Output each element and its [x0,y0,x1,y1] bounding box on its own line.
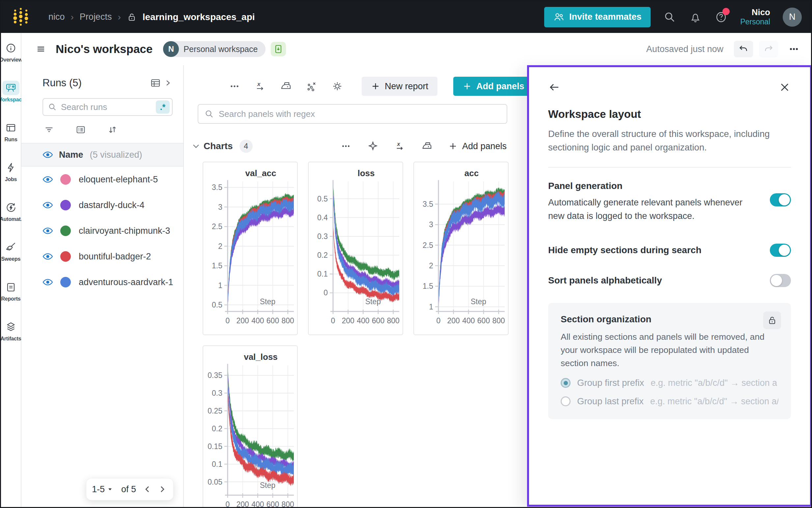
breadcrumb: nico › Projects › learning_workspaces_ap… [48,12,255,23]
breadcrumb-entity[interactable]: nico [48,12,65,22]
section-add-panels-label: Add panels [462,141,506,152]
runs-table-icon [2,121,19,135]
reports-clipboard-icon [2,280,19,294]
close-icon[interactable] [778,81,791,93]
panels-search-input[interactable] [219,109,501,119]
undo-button[interactable] [734,41,753,57]
run-name[interactable]: eloquent-elephant-5 [79,174,158,185]
radio-option[interactable]: Group last prefixe.g. metric "a/b/c/d" →… [561,396,778,407]
runs-search-input[interactable] [61,102,152,112]
run-name[interactable]: adventurous-aardvark-1 [79,277,173,287]
chart-panel-loss[interactable]: 00.10.20.30.40.50200400600800Steploss [308,162,403,335]
settings-gear-icon[interactable] [331,80,343,92]
back-arrow-icon[interactable] [548,81,561,93]
x-axis-settings-icon[interactable]: x [394,140,406,152]
avatar[interactable]: N [783,8,802,27]
sidebar-item-jobs[interactable]: Jobs [1,160,21,182]
filter-icon[interactable] [44,124,54,135]
toggle-hide-empty-sections-during-search[interactable] [770,244,791,257]
chart-panel-acc[interactable]: 11.522.533.50200400600800Stepacc [413,162,509,335]
user-menu[interactable]: Nico Personal [740,7,770,27]
redo-button[interactable] [759,41,778,57]
sidebar-item-artifacts[interactable]: Artifacts [1,320,21,342]
chart-panel-val_loss[interactable]: 0.050.10.150.20.250.30.350200400600800St… [203,345,298,508]
bell-icon[interactable] [689,10,702,24]
smoothing-iron-icon[interactable] [280,80,292,92]
chart-panel-val_acc[interactable]: 0.511.522.533.50200400600800Stepval_acc [203,162,298,335]
charts-section-actions: x Add panels [340,140,506,152]
eye-icon[interactable] [42,151,53,159]
sidebar-item-automat[interactable]: Automat. [1,200,21,222]
automations-icon [2,200,19,215]
radio-button[interactable] [561,378,571,388]
radio-button[interactable] [561,396,571,406]
panels-grid: 0.511.522.533.50200400600800Stepval_acc0… [203,162,509,508]
prev-page-icon[interactable] [142,483,153,495]
run-color-dot [60,277,71,287]
sidebar-item-workspace[interactable]: Workspace [1,81,21,103]
help-icon[interactable] [715,10,728,24]
sidebar-item-label: Reports [1,296,21,302]
run-row[interactable]: bountiful-badger-2 [22,244,183,269]
workspace-scope-badge[interactable]: N Personal workspace [163,41,266,57]
runs-pagination: 1-5 of 5 [86,478,174,500]
runs-column-name[interactable]: Name [59,150,83,160]
menu-icon[interactable] [35,43,46,55]
radio-option[interactable]: Group first prefixe.g. metric "a/b/c/d" … [561,378,778,388]
svg-text:0: 0 [437,316,441,325]
toggle-panel-generation[interactable] [770,193,791,206]
more-options-icon[interactable] [787,42,801,56]
wandb-logo[interactable] [12,7,30,28]
lock-icon [127,12,137,22]
page-size-dropdown[interactable]: 1-5 [92,484,113,495]
chevron-down-icon[interactable] [191,141,201,151]
expand-runs-table-button[interactable] [150,77,173,89]
run-row[interactable]: dastardly-duck-4 [22,192,183,218]
topbar-actions: Invite teammates Nico Personal N [544,7,802,27]
search-icon[interactable] [663,10,676,24]
svg-text:0.1: 0.1 [317,270,328,278]
run-row[interactable]: adventurous-aardvark-1 [22,269,183,295]
section-add-panels-button[interactable]: Add panels [448,141,506,152]
breadcrumb-projects[interactable]: Projects [80,12,112,22]
outliers-scatter-icon[interactable] [306,80,318,92]
new-report-button[interactable]: New report [362,77,438,96]
eye-icon[interactable] [42,278,53,286]
user-name: Nico [740,7,770,17]
sidebar-item-sweeps[interactable]: Sweeps [1,240,21,262]
eye-icon[interactable] [42,201,53,209]
table-icon [150,77,161,89]
add-panels-button[interactable]: Add panels [453,77,534,96]
toggle-sort-panels-alphabetically[interactable] [770,274,791,287]
svg-text:val_acc: val_acc [245,168,276,178]
run-name[interactable]: dastardly-duck-4 [79,200,145,210]
charts-section-title[interactable]: Charts [204,141,233,152]
sidebar-item-runs[interactable]: Runs [1,121,21,142]
run-name[interactable]: clairvoyant-chipmunk-3 [79,226,170,236]
runs-visualized-count: (5 visualized) [90,150,142,160]
run-row[interactable]: eloquent-elephant-5 [22,167,183,192]
svg-text:400: 400 [251,316,264,325]
more-options-icon[interactable] [229,80,240,92]
sidebar-item-overview[interactable]: Overview [1,41,21,63]
regex-toggle[interactable]: .* [156,100,170,114]
smoothing-iron-icon[interactable] [421,140,433,152]
svg-text:0.15: 0.15 [207,442,222,451]
eye-icon[interactable] [42,253,53,260]
sparkle-icon[interactable] [367,140,378,152]
next-page-icon[interactable] [157,483,168,495]
invite-teammates-button[interactable]: Invite teammates [544,7,651,27]
sort-icon[interactable] [107,124,118,135]
eye-icon[interactable] [42,227,53,235]
breadcrumb-project-name[interactable]: learning_workspaces_api [143,12,255,23]
more-options-icon[interactable] [340,140,352,152]
eye-icon[interactable] [42,175,53,183]
group-list-icon[interactable] [75,124,86,135]
saved-view-icon[interactable] [271,42,286,56]
x-axis-settings-icon[interactable]: x [254,80,266,92]
lock-button[interactable] [763,311,781,329]
svg-text:1.5: 1.5 [212,261,222,270]
run-row[interactable]: clairvoyant-chipmunk-3 [22,218,183,244]
sidebar-item-reports[interactable]: Reports [1,280,21,302]
run-name[interactable]: bountiful-badger-2 [79,252,151,262]
